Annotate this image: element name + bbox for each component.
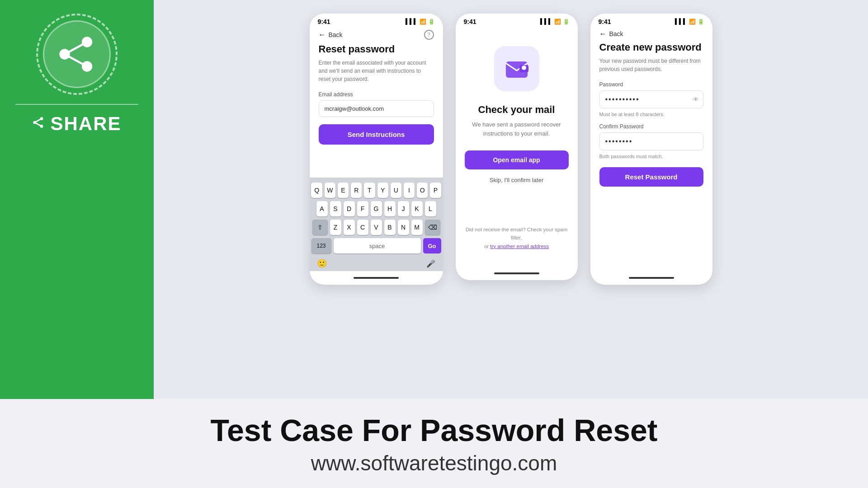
phone2-content: Check your mail We have sent a password … <box>456 28 578 267</box>
battery-icon-2: 🔋 <box>563 19 570 25</box>
status-icons-2: ▍▍▍ 📶 🔋 <box>540 19 570 25</box>
key-123[interactable]: 123 <box>311 238 331 253</box>
key-e[interactable]: E <box>338 183 349 198</box>
status-bar-1: 9:41 ▍▍▍ 📶 🔋 <box>310 14 443 28</box>
home-bar-3 <box>629 277 674 279</box>
email-input[interactable] <box>319 100 434 117</box>
space-key[interactable]: space <box>334 238 421 253</box>
keyboard-row-2: A S D F G H J K L <box>311 201 441 216</box>
key-o[interactable]: O <box>417 183 428 198</box>
reset-password-button[interactable]: Reset Password <box>599 167 703 187</box>
footer-text: Did not receive the email? Check your sp… <box>466 227 568 240</box>
key-t[interactable]: T <box>364 183 375 198</box>
logo-area: SHARE <box>0 0 154 399</box>
keyboard-row-1: Q W E R T Y U I O P <box>311 183 441 198</box>
go-key[interactable]: Go <box>423 238 441 253</box>
key-n[interactable]: N <box>398 220 409 235</box>
phone3-content: Create new password Your new password mu… <box>590 42 712 271</box>
key-y[interactable]: Y <box>377 183 388 198</box>
confirm-password-input[interactable] <box>599 132 703 150</box>
emoji-key[interactable]: 🙂 <box>315 258 329 268</box>
keyboard: Q W E R T Y U I O P A S D F G H <box>310 178 443 271</box>
svg-line-3 <box>65 42 87 54</box>
check-mail-title: Check your mail <box>465 104 569 116</box>
footer-note: Did not receive the email? Check your sp… <box>465 225 569 258</box>
keyboard-row-4: 123 space Go <box>311 238 441 253</box>
keyboard-row-3: ⇧ Z X C V B N M ⌫ <box>311 220 441 235</box>
status-time-1: 9:41 <box>318 18 330 25</box>
share-label: SHARE <box>50 113 121 135</box>
home-bar-2 <box>494 272 539 274</box>
back-arrow-icon-3: ← <box>599 30 607 38</box>
share-icon <box>57 34 97 75</box>
eye-icon[interactable]: 👁 <box>693 96 699 103</box>
key-h[interactable]: H <box>384 201 396 216</box>
signal-icon-3: ▍▍▍ <box>675 19 687 25</box>
send-instructions-button[interactable]: Send Instructions <box>319 124 434 145</box>
svg-line-8 <box>35 118 42 122</box>
logo-circle <box>36 14 118 95</box>
key-m[interactable]: M <box>411 220 423 235</box>
key-x[interactable]: X <box>344 220 355 235</box>
mail-icon-container <box>494 46 539 91</box>
website-subtitle: www.softwaretestingo.com <box>0 451 868 475</box>
key-k[interactable]: K <box>411 201 423 216</box>
svg-line-9 <box>35 122 42 126</box>
backspace-key[interactable]: ⌫ <box>425 220 440 235</box>
key-w[interactable]: W <box>325 183 335 198</box>
password-input-wrap: 👁 <box>599 90 703 108</box>
home-indicator-3 <box>590 271 712 285</box>
phone-create-password: 9:41 ▍▍▍ 📶 🔋 ← Back Create new password … <box>590 14 712 285</box>
wifi-icon: 📶 <box>420 19 426 25</box>
key-u[interactable]: U <box>391 183 401 198</box>
key-l[interactable]: L <box>425 201 436 216</box>
home-indicator-2 <box>456 267 578 280</box>
confirm-password-label: Confirm Password <box>599 123 703 130</box>
mail-envelope-icon <box>504 56 529 81</box>
key-g[interactable]: G <box>371 201 382 216</box>
key-c[interactable]: C <box>357 220 368 235</box>
home-indicator-1 <box>310 271 443 285</box>
footer-link[interactable]: try another email address <box>490 244 549 249</box>
reset-password-title: Reset password <box>319 43 434 55</box>
key-a[interactable]: A <box>316 201 328 216</box>
signal-icon: ▍▍▍ <box>406 19 418 25</box>
key-r[interactable]: R <box>351 183 362 198</box>
create-password-desc: Your new password must be different from… <box>599 57 703 73</box>
phones-area: 9:41 ▍▍▍ 📶 🔋 ← Back ? Reset password Ent… <box>154 0 868 399</box>
status-icons-3: ▍▍▍ 📶 🔋 <box>675 19 704 25</box>
open-email-button[interactable]: Open email app <box>465 150 569 169</box>
status-time-3: 9:41 <box>599 18 611 25</box>
share-small-icon <box>32 116 45 132</box>
wifi-icon-2: 📶 <box>554 19 561 25</box>
key-p[interactable]: P <box>430 183 441 198</box>
key-j[interactable]: J <box>398 201 409 216</box>
key-b[interactable]: B <box>384 220 396 235</box>
shift-key[interactable]: ⇧ <box>312 220 328 235</box>
home-bar-1 <box>354 277 399 279</box>
email-field-label: Email address <box>319 91 434 98</box>
key-s[interactable]: S <box>330 201 341 216</box>
key-i[interactable]: I <box>404 183 415 198</box>
mic-key[interactable]: 🎤 <box>424 259 438 268</box>
back-label-1[interactable]: Back <box>329 31 343 38</box>
password-field-label: Password <box>599 81 703 88</box>
key-v[interactable]: V <box>371 220 382 235</box>
keyboard-bottom-row: 🙂 🎤 <box>311 257 441 268</box>
check-mail-desc: We have sent a password recover instruct… <box>465 120 569 138</box>
password-input[interactable] <box>599 90 703 108</box>
skip-link[interactable]: Skip, I'll confirm later <box>465 177 569 183</box>
confirm-input-wrap <box>599 132 703 150</box>
status-icons-1: ▍▍▍ 📶 🔋 <box>406 19 435 25</box>
help-icon-1[interactable]: ? <box>424 30 434 40</box>
status-bar-2: 9:41 ▍▍▍ 📶 🔋 <box>456 14 578 28</box>
key-d[interactable]: D <box>344 201 355 216</box>
key-z[interactable]: Z <box>330 220 341 235</box>
back-arrow-icon-1: ← <box>319 31 326 39</box>
key-f[interactable]: F <box>357 201 368 216</box>
phone-check-mail: 9:41 ▍▍▍ 📶 🔋 Check your <box>456 14 578 280</box>
key-q[interactable]: Q <box>311 183 322 198</box>
share-label-row: SHARE <box>32 113 121 135</box>
create-password-title: Create new password <box>599 42 703 53</box>
back-label-3[interactable]: Back <box>609 30 623 38</box>
